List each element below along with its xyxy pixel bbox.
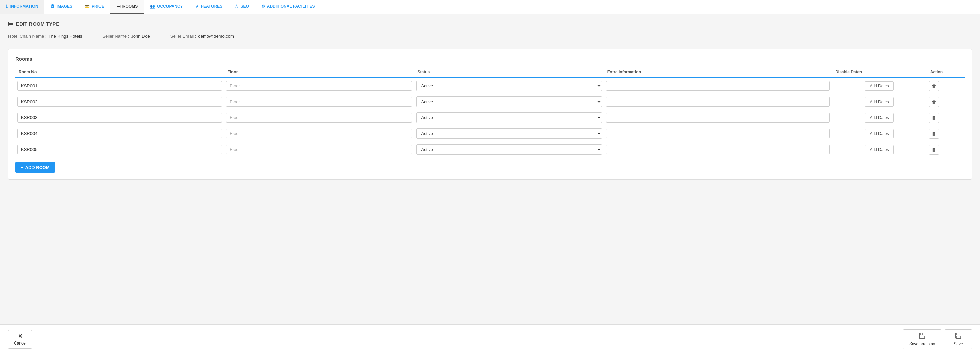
rooms-section: Rooms Room No. Floor Status Extra Inform… (8, 49, 972, 180)
nav-label-information: INFORMATION (10, 4, 38, 9)
floor-input[interactable] (226, 97, 412, 107)
col-header-action: Action (927, 67, 965, 78)
add-dates-button[interactable]: Add Dates (865, 113, 894, 123)
col-header-extra-info: Extra Information (604, 67, 832, 78)
room-no-input[interactable] (17, 97, 222, 107)
disable-dates-cell: Add Dates (832, 142, 927, 157)
info-bar: Hotel Chain Name : The Kings Hotels Sell… (8, 33, 972, 38)
delete-room-button[interactable]: 🗑 (929, 97, 939, 107)
delete-room-button[interactable]: 🗑 (929, 129, 939, 139)
add-room-button[interactable]: + ADD ROOM (15, 162, 55, 172)
table-row: ActiveInactive Add Dates 🗑 (15, 78, 965, 94)
room-no-input[interactable] (17, 145, 222, 154)
extra-info-cell (604, 110, 832, 126)
occupancy-icon: 👥 (150, 4, 155, 9)
action-cell: 🗑 (927, 94, 965, 110)
features-icon: ★ (195, 4, 199, 9)
disable-dates-cell: Add Dates (832, 78, 927, 94)
status-select[interactable]: ActiveInactive (416, 128, 602, 139)
page-title-text: EDIT ROOM TYPE (16, 21, 59, 27)
status-cell: ActiveInactive (414, 142, 604, 157)
add-dates-button[interactable]: Add Dates (865, 81, 894, 91)
rooms-table: Room No. Floor Status Extra Information … (15, 67, 965, 157)
col-header-disable-dates: Disable Dates (832, 67, 927, 78)
seller-email-info: Seller Email : demo@demo.com (170, 33, 234, 38)
extra-info-input[interactable] (606, 81, 830, 91)
page-content: 🛏 EDIT ROOM TYPE Hotel Chain Name : The … (0, 14, 980, 193)
facilities-icon: ⚙ (261, 4, 265, 9)
col-header-floor: Floor (224, 67, 414, 78)
nav-item-occupancy[interactable]: 👥 OCCUPANCY (144, 0, 189, 14)
room-no-input[interactable] (17, 81, 222, 91)
nav-label-price: PRICE (92, 4, 104, 9)
status-select[interactable]: ActiveInactive (416, 112, 602, 123)
hotel-chain-label: Hotel Chain Name : (8, 33, 46, 38)
delete-room-button[interactable]: 🗑 (929, 81, 939, 91)
extra-info-cell (604, 142, 832, 157)
seo-icon: ☆ (234, 4, 238, 9)
extra-info-input[interactable] (606, 97, 830, 107)
floor-input[interactable] (226, 129, 412, 139)
seller-name-label: Seller Name : (102, 33, 129, 38)
table-row: ActiveInactive Add Dates 🗑 (15, 126, 965, 142)
floor-input[interactable] (226, 113, 412, 123)
action-cell: 🗑 (927, 126, 965, 142)
delete-room-button[interactable]: 🗑 (929, 113, 939, 123)
seller-email-label: Seller Email : (170, 33, 196, 38)
floor-cell (224, 94, 414, 110)
hotel-chain-info: Hotel Chain Name : The Kings Hotels (8, 33, 82, 38)
disable-dates-cell: Add Dates (832, 126, 927, 142)
nav-item-information[interactable]: ℹ INFORMATION (0, 0, 45, 14)
floor-input[interactable] (226, 145, 412, 154)
floor-cell (224, 110, 414, 126)
status-select[interactable]: ActiveInactive (416, 81, 602, 91)
info-icon: ℹ (6, 4, 8, 9)
extra-info-cell (604, 94, 832, 110)
nav-label-seo: SEO (240, 4, 249, 9)
nav-item-images[interactable]: 🖼 IMAGES (45, 0, 78, 14)
nav-item-additional-facilities[interactable]: ⚙ ADDITIONAL FACILITIES (255, 0, 321, 14)
extra-info-cell (604, 126, 832, 142)
page-title: 🛏 EDIT ROOM TYPE (8, 21, 972, 27)
delete-room-button[interactable]: 🗑 (929, 145, 939, 155)
status-select[interactable]: ActiveInactive (416, 96, 602, 107)
seller-name-value: John Doe (131, 33, 150, 38)
add-room-label: ADD ROOM (25, 165, 50, 170)
nav-item-features[interactable]: ★ FEATURES (189, 0, 229, 14)
floor-cell (224, 126, 414, 142)
table-row: ActiveInactive Add Dates 🗑 (15, 110, 965, 126)
nav-label-occupancy: OCCUPANCY (157, 4, 183, 9)
top-navigation: ℹ INFORMATION 🖼 IMAGES 💳 PRICE 🛏 ROOMS 👥… (0, 0, 980, 14)
room-no-input[interactable] (17, 113, 222, 123)
nav-item-price[interactable]: 💳 PRICE (78, 0, 110, 14)
hotel-chain-value: The Kings Hotels (48, 33, 82, 38)
room-no-input[interactable] (17, 129, 222, 139)
seller-name-info: Seller Name : John Doe (102, 33, 150, 38)
extra-info-input[interactable] (606, 113, 830, 123)
status-cell: ActiveInactive (414, 78, 604, 94)
add-dates-button[interactable]: Add Dates (865, 129, 894, 139)
table-row: ActiveInactive Add Dates 🗑 (15, 142, 965, 157)
plus-icon: + (21, 165, 23, 170)
room-no-cell (15, 94, 224, 110)
nav-item-seo[interactable]: ☆ SEO (228, 0, 255, 14)
nav-label-rooms: ROOMS (123, 4, 138, 9)
disable-dates-cell: Add Dates (832, 94, 927, 110)
price-icon: 💳 (84, 4, 90, 9)
rooms-section-title: Rooms (15, 56, 965, 62)
images-icon: 🖼 (51, 4, 54, 9)
action-cell: 🗑 (927, 78, 965, 94)
col-header-status: Status (414, 67, 604, 78)
floor-input[interactable] (226, 81, 412, 91)
extra-info-input[interactable] (606, 129, 830, 139)
extra-info-input[interactable] (606, 145, 830, 154)
add-dates-button[interactable]: Add Dates (865, 145, 894, 154)
status-cell: ActiveInactive (414, 110, 604, 126)
bed-icon: 🛏 (8, 21, 13, 27)
add-dates-button[interactable]: Add Dates (865, 97, 894, 107)
room-no-cell (15, 142, 224, 157)
table-header-row: Room No. Floor Status Extra Information … (15, 67, 965, 78)
status-cell: ActiveInactive (414, 94, 604, 110)
status-select[interactable]: ActiveInactive (416, 144, 602, 155)
nav-item-rooms[interactable]: 🛏 ROOMS (110, 0, 144, 14)
